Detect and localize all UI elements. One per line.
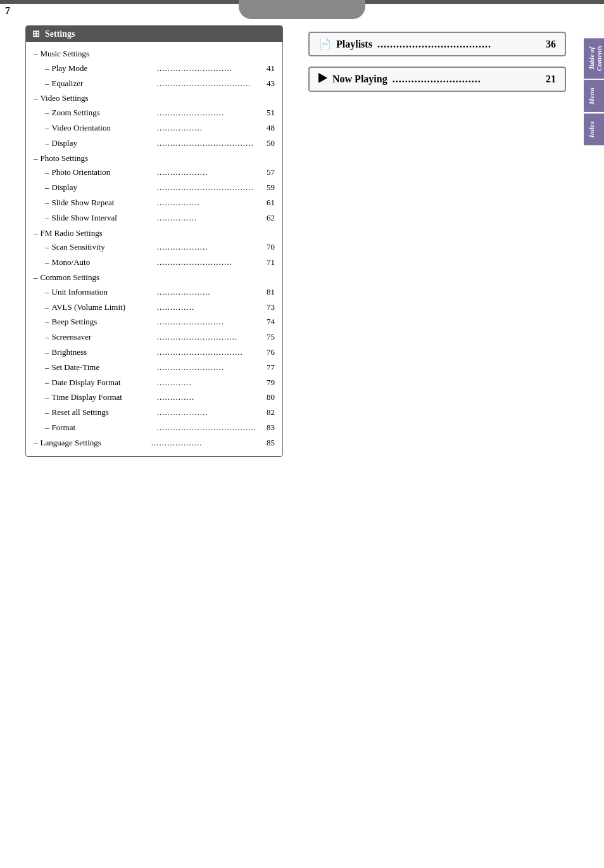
toc-label: Zoom Settings (52, 106, 156, 120)
toc-connector: – (45, 301, 49, 314)
toc-connector: – (45, 196, 49, 210)
toc-label: Video Settings (41, 92, 275, 105)
toc-dots: .............. (157, 391, 261, 405)
toc-item: – Date Display Format.............79 (45, 376, 275, 391)
toc-label: AVLS (Volume Limit) (52, 301, 156, 314)
playlists-dots: .................................... (377, 39, 541, 50)
now-playing-dots: ............................ (393, 73, 541, 85)
toc-label: Date Display Format (52, 376, 156, 390)
toc-page: 57 (262, 166, 275, 179)
toc-page: 82 (262, 406, 275, 419)
toc-label: Screensaver (52, 331, 156, 344)
toc-item: – Brightness............................… (45, 345, 275, 361)
toc-label: Set Date-Time (52, 361, 156, 374)
toc-item: – Video Orientation.................48 (45, 121, 275, 136)
playlists-icon: 📄 (318, 38, 331, 50)
toc-connector: – (45, 421, 49, 435)
tab-menu[interactable]: Menu (584, 80, 604, 112)
toc-connector: – (34, 227, 38, 240)
toc-item: – Screensaver...........................… (45, 330, 275, 345)
toc-page: 76 (262, 346, 275, 359)
toc-dots: .................................... (157, 181, 261, 195)
playlists-page: 36 (546, 39, 556, 50)
toc-connector: – (45, 212, 49, 225)
toc-item: – Equalizer.............................… (45, 77, 275, 92)
toc-page: 73 (262, 301, 275, 314)
tab-contents[interactable]: Table ofContents (584, 38, 604, 79)
toc-label: Photo Orientation (52, 166, 156, 179)
toc-item: – Slide Show Repeat................61 (45, 196, 275, 211)
toc-connector: – (45, 376, 49, 390)
toc-page: 85 (262, 437, 275, 450)
main-content: ⊞ Settings – Music Settings– Play Mode..… (25, 25, 566, 843)
toc-dots: ................... (151, 437, 261, 450)
toc-dots: ..................................... (157, 421, 261, 435)
toc-page: 50 (262, 137, 275, 150)
right-panel: 📄 Playlists ............................… (308, 25, 566, 843)
toc-connector: – (34, 48, 38, 61)
toc-label: FM Radio Settings (41, 227, 275, 240)
toc-label: Format (52, 421, 156, 435)
toc-label: Slide Show Repeat (52, 196, 156, 210)
toc-dots: ................... (157, 166, 261, 180)
toc-item: – Format................................… (45, 421, 275, 436)
toc-label: Play Mode (52, 62, 156, 75)
toc-connector: – (34, 437, 38, 450)
toc-label: Unit Information (52, 286, 156, 299)
playlists-box: 📄 Playlists ............................… (308, 32, 566, 56)
toc-dots: .................... (157, 286, 261, 300)
toc-page: 59 (262, 181, 275, 195)
toc-item: – Common Settings (34, 271, 275, 285)
toc-item: – Photo Settings (34, 151, 275, 166)
settings-header: ⊞ Settings (26, 26, 282, 42)
toc-connector: – (34, 271, 38, 284)
toc-connector: – (45, 62, 49, 75)
toc-dots: ................... (157, 406, 261, 420)
top-tab (239, 0, 365, 19)
toc-item: – Unit Information....................81 (45, 285, 275, 300)
toc-page: 77 (262, 361, 275, 374)
toc-page: 75 (262, 331, 275, 344)
toc-item: – Video Settings (34, 91, 275, 106)
left-panel: ⊞ Settings – Music Settings– Play Mode..… (25, 25, 283, 843)
toc-connector: – (45, 361, 49, 374)
right-tabs: Table ofContents Menu Index (584, 38, 604, 147)
toc-dots: ............................ (157, 256, 261, 270)
now-playing-box: Now Playing ............................… (308, 67, 566, 92)
toc-connector: – (45, 331, 49, 344)
toc-connector: – (45, 316, 49, 329)
now-playing-page: 21 (546, 73, 556, 85)
toc-connector: – (45, 137, 49, 150)
toc-label: Brightness (52, 346, 156, 359)
toc-label: Time Display Format (52, 391, 156, 404)
toc-connector: – (45, 166, 49, 179)
toc-page: 83 (262, 421, 275, 435)
toc-item: – Play Mode............................4… (45, 61, 275, 77)
toc-dots: ................................ (157, 346, 261, 360)
toc-connector: – (45, 286, 49, 299)
tab-index[interactable]: Index (584, 113, 604, 145)
toc-dots: ................... (157, 241, 261, 255)
toc-label: Language Settings (41, 437, 150, 450)
toc-item: – Photo Orientation...................57 (45, 165, 275, 181)
toc-connector: – (45, 346, 49, 359)
toc-dots: ............................ (157, 62, 261, 76)
toc-page: 70 (262, 241, 275, 254)
toc-item: – Language Settings...................85 (34, 436, 275, 451)
playlists-label: Playlists (336, 39, 372, 50)
toc-dots: .................................... (157, 137, 261, 151)
toc-label: Equalizer (52, 77, 156, 91)
toc-dots: ................ (157, 196, 261, 210)
toc-page: 79 (262, 376, 275, 390)
toc-item: – Beep Settings.........................… (45, 315, 275, 330)
toc-connector: – (45, 122, 49, 135)
toc-label: Scan Sensitivity (52, 241, 156, 254)
toc-connector: – (34, 152, 38, 165)
toc-page: 80 (262, 391, 275, 404)
toc-connector: – (45, 181, 49, 195)
toc-label: Reset all Settings (52, 406, 156, 419)
toc-dots: ......................... (157, 106, 261, 120)
toc-connector: – (45, 241, 49, 254)
toc-label: Music Settings (41, 48, 275, 61)
toc-dots: ......................... (157, 316, 261, 329)
